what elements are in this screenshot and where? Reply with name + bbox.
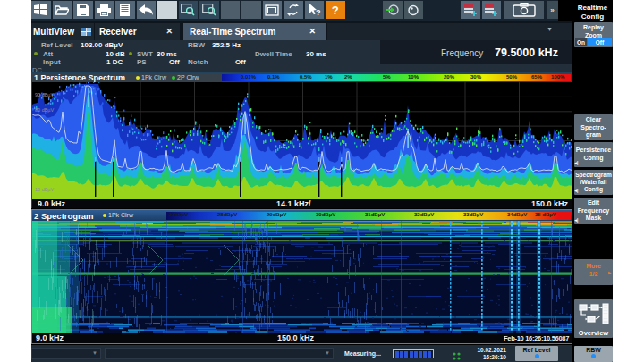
svg-text:90 dBµV: 90 dBµV	[35, 92, 55, 97]
svg-text:10 dBµV: 10 dBµV	[35, 187, 55, 192]
svg-text:?: ?	[316, 8, 321, 16]
svg-text:80 dBµV: 80 dBµV	[35, 107, 55, 113]
